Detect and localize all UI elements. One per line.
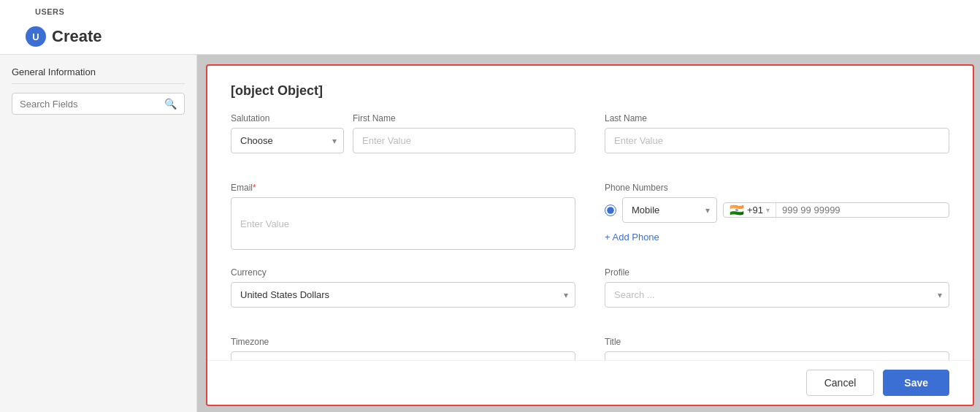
email-group: Email* bbox=[231, 183, 575, 250]
create-user-dialog: [object Object] Salutation Choose Mr. Ms… bbox=[206, 64, 974, 406]
phone-numbers-label: Phone Numbers bbox=[605, 183, 949, 193]
timezone-group: Timezone (GMT-12:00) International Date … bbox=[231, 337, 575, 360]
bottom-fields-layout: Currency United States Dollars ▾ Profile… bbox=[231, 267, 949, 360]
phone-type-select[interactable]: Mobile Home Work Other bbox=[622, 197, 717, 223]
phone-flag-code: 🇮🇳 +91 ▾ bbox=[730, 203, 776, 217]
avatar: U bbox=[26, 26, 46, 47]
title-label: Title bbox=[605, 337, 949, 347]
salutation-select-wrapper: Choose Mr. Ms. Mrs. Dr. ▾ bbox=[231, 128, 344, 153]
salutation-group: Salutation Choose Mr. Ms. Mrs. Dr. ▾ bbox=[231, 113, 344, 153]
currency-label: Currency bbox=[231, 267, 575, 278]
phone-numbers-group: Phone Numbers Mobile Home Work Other ▾ bbox=[605, 183, 949, 250]
salutation-firstname-row: Salutation Choose Mr. Ms. Mrs. Dr. ▾ bbox=[231, 113, 575, 168]
salutation-select[interactable]: Choose Mr. Ms. Mrs. Dr. bbox=[231, 128, 344, 153]
middle-fields-layout: Email* Phone Numbers Mobile Home Work Ot… bbox=[231, 183, 949, 264]
india-flag-icon: 🇮🇳 bbox=[730, 203, 744, 217]
phone-radio[interactable] bbox=[605, 205, 616, 216]
dialog-footer: Cancel Save bbox=[207, 360, 973, 405]
add-phone-button[interactable]: + Add Phone bbox=[605, 229, 659, 245]
currency-group: Currency United States Dollars ▾ bbox=[231, 267, 575, 308]
last-name-label: Last Name bbox=[605, 113, 949, 123]
timezone-label: Timezone bbox=[231, 337, 575, 347]
users-breadcrumb: USERS bbox=[35, 7, 64, 16]
sidebar: General Information 🔍 bbox=[0, 55, 197, 412]
save-button[interactable]: Save bbox=[883, 370, 949, 396]
last-name-input[interactable] bbox=[605, 128, 949, 153]
last-name-group: Last Name bbox=[605, 113, 949, 153]
profile-search-input[interactable] bbox=[605, 282, 949, 308]
email-label: Email* bbox=[231, 183, 575, 193]
search-fields-input[interactable] bbox=[20, 99, 164, 110]
currency-select-wrapper: United States Dollars ▾ bbox=[231, 282, 575, 308]
title-input[interactable] bbox=[605, 351, 949, 360]
first-name-label: First Name bbox=[353, 113, 575, 123]
phone-number-input[interactable] bbox=[782, 205, 943, 215]
top-fields-layout: Salutation Choose Mr. Ms. Mrs. Dr. ▾ bbox=[231, 113, 949, 183]
timezone-select[interactable]: (GMT-12:00) International Date Line West bbox=[231, 351, 575, 360]
currency-select[interactable]: United States Dollars bbox=[231, 282, 575, 308]
email-required-mark: * bbox=[253, 183, 256, 193]
left-col-top: Salutation Choose Mr. Ms. Mrs. Dr. ▾ bbox=[231, 113, 575, 183]
first-name-group: First Name bbox=[353, 113, 575, 153]
profile-label: Profile bbox=[605, 267, 949, 278]
phone-row: Mobile Home Work Other ▾ 🇮🇳 +91 ▾ bbox=[605, 197, 949, 223]
right-col-top: Last Name bbox=[605, 113, 949, 183]
salutation-label: Salutation bbox=[231, 113, 344, 123]
cancel-button[interactable]: Cancel bbox=[806, 370, 875, 396]
sidebar-section-title: General Information bbox=[12, 66, 185, 84]
title-group: Title bbox=[605, 337, 949, 360]
dialog-title: [object Object] bbox=[231, 83, 949, 99]
sidebar-search-wrapper: 🔍 bbox=[12, 93, 185, 115]
dialog-scroll-area: [object Object] Salutation Choose Mr. Ms… bbox=[207, 66, 973, 360]
email-input[interactable] bbox=[231, 197, 575, 250]
page-title: U Create bbox=[26, 26, 102, 47]
top-bar: USERS U Create bbox=[0, 0, 980, 55]
search-fields-button[interactable]: 🔍 bbox=[164, 98, 177, 110]
profile-group: Profile ▾ bbox=[605, 267, 949, 308]
timezone-select-wrapper: (GMT-12:00) International Date Line West… bbox=[231, 351, 575, 360]
profile-select-wrapper: ▾ bbox=[605, 282, 949, 308]
phone-number-wrapper: 🇮🇳 +91 ▾ bbox=[723, 202, 949, 218]
first-name-input[interactable] bbox=[353, 128, 575, 153]
phone-type-select-wrapper: Mobile Home Work Other ▾ bbox=[622, 197, 717, 223]
